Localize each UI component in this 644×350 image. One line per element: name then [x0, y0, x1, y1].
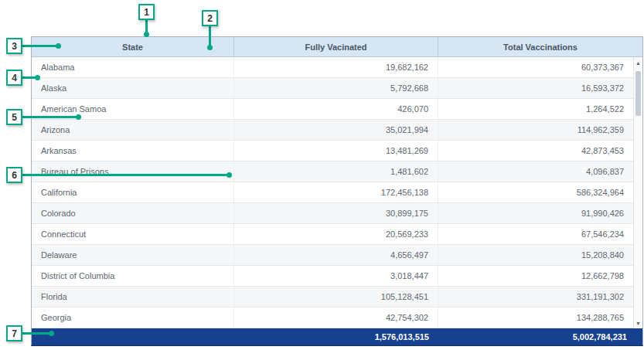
- cell-state: California: [32, 182, 234, 202]
- table-row[interactable]: Alaska 5,792,668 16,593,372: [32, 78, 642, 99]
- callout-6-dot: [227, 172, 232, 178]
- table-row[interactable]: Florida 105,128,451 331,191,302: [32, 287, 642, 308]
- page: State Fully Vacinated Total Vaccinations…: [0, 0, 644, 350]
- cell-total-vaccinations: 91,990,426: [438, 203, 642, 223]
- cell-state: Bureau of Prisons: [32, 161, 234, 182]
- cell-state: Florida: [32, 287, 234, 307]
- callout-1-dot: [144, 32, 149, 37]
- cell-state: Arkansas: [32, 141, 234, 161]
- cell-state: Arizona: [32, 120, 234, 140]
- scroll-up-icon[interactable]: ▲: [634, 57, 642, 68]
- callout-5-marker: 5: [6, 109, 22, 125]
- callout-7-dot: [49, 331, 54, 336]
- callout-4-marker: 4: [6, 70, 22, 86]
- cell-total-vaccinations: 1,264,522: [438, 99, 642, 119]
- cell-state: Alabama: [32, 57, 234, 77]
- column-header-fully-vaccinated[interactable]: Fully Vacinated: [234, 37, 438, 56]
- cell-fully-vaccinated: 13,481,269: [234, 141, 438, 161]
- callout-5-line: [22, 116, 78, 118]
- cell-total-vaccinations: 114,962,359: [438, 120, 642, 140]
- callout-4-dot: [35, 75, 40, 80]
- callout-1-marker: 1: [138, 4, 155, 20]
- cell-total-vaccinations: 134,288,765: [438, 308, 642, 328]
- cell-state: District of Columbia: [32, 266, 234, 286]
- callout-2-dot: [207, 45, 213, 50]
- table-row[interactable]: Georgia 42,754,302 134,288,765: [32, 308, 642, 328]
- table-row[interactable]: American Samoa 426,070 1,264,522: [32, 99, 642, 120]
- cell-fully-vaccinated: 426,070: [234, 99, 438, 119]
- callout-7-marker: 7: [6, 325, 22, 342]
- cell-fully-vaccinated: 3,018,447: [234, 266, 438, 286]
- callout-3-dot: [56, 43, 61, 49]
- totals-state-cell: [32, 328, 234, 345]
- cell-state: Colorado: [32, 203, 234, 223]
- cell-state: Georgia: [32, 308, 234, 328]
- callout-6-marker: 6: [6, 167, 22, 183]
- callout-1-line: [145, 20, 148, 34]
- cell-total-vaccinations: 12,662,798: [438, 266, 642, 286]
- callout-3-line: [22, 45, 58, 47]
- cell-fully-vaccinated: 42,754,302: [234, 308, 438, 328]
- scroll-down-icon[interactable]: ▼: [634, 318, 642, 328]
- callout-4-line: [22, 76, 37, 79]
- cell-fully-vaccinated: 172,456,138: [234, 182, 438, 202]
- callout-7-line: [22, 332, 51, 335]
- cell-total-vaccinations: 60,373,367: [438, 57, 642, 77]
- cell-total-vaccinations: 586,324,964: [438, 182, 642, 202]
- table-body: Alabama 19,682,162 60,373,367 Alaska 5,7…: [32, 57, 642, 328]
- cell-total-vaccinations: 331,191,302: [438, 287, 642, 307]
- cell-fully-vaccinated: 4,656,497: [234, 245, 438, 265]
- scrollbar-thumb[interactable]: [635, 71, 641, 116]
- cell-fully-vaccinated: 1,481,602: [234, 161, 438, 182]
- cell-total-vaccinations: 67,546,234: [438, 224, 642, 244]
- vaccinations-table: State Fully Vacinated Total Vaccinations…: [31, 36, 643, 346]
- callout-3-marker: 3: [6, 38, 22, 54]
- cell-total-vaccinations: 15,208,840: [438, 245, 642, 265]
- table-row[interactable]: Arkansas 13,481,269 42,873,453: [32, 141, 642, 161]
- callout-6-line: [22, 174, 229, 176]
- cell-fully-vaccinated: 105,128,451: [234, 287, 438, 307]
- cell-total-vaccinations: 42,873,453: [438, 141, 642, 161]
- cell-total-vaccinations: 16,593,372: [438, 78, 642, 98]
- cell-fully-vaccinated: 35,021,994: [234, 120, 438, 140]
- callout-5-dot: [76, 114, 81, 120]
- table-row[interactable]: Arizona 35,021,994 114,962,359: [32, 120, 642, 141]
- cell-fully-vaccinated: 20,569,233: [234, 224, 438, 244]
- column-header-state[interactable]: State: [32, 37, 234, 56]
- cell-fully-vaccinated: 19,682,162: [234, 57, 438, 77]
- totals-row: 1,576,013,515 5,002,784,231: [32, 328, 642, 345]
- table-row[interactable]: Colorado 30,899,175 91,990,426: [32, 203, 642, 224]
- cell-fully-vaccinated: 5,792,668: [234, 78, 438, 98]
- cell-state: Alaska: [32, 78, 234, 98]
- table-header-row: State Fully Vacinated Total Vaccinations: [32, 37, 642, 57]
- vertical-scrollbar[interactable]: ▲ ▼: [633, 57, 642, 328]
- cell-fully-vaccinated: 30,899,175: [234, 203, 438, 223]
- callout-2-marker: 2: [202, 10, 218, 26]
- cell-total-vaccinations: 4,096,837: [438, 161, 642, 182]
- table-row[interactable]: Connecticut 20,569,233 67,546,234: [32, 224, 642, 245]
- table-row[interactable]: District of Columbia 3,018,447 12,662,79…: [32, 266, 642, 287]
- table-row[interactable]: California 172,456,138 586,324,964: [32, 182, 642, 203]
- table-row[interactable]: Delaware 4,656,497 15,208,840: [32, 245, 642, 266]
- totals-fully-vaccinated: 1,576,013,515: [234, 328, 438, 345]
- table-row[interactable]: Bureau of Prisons 1,481,602 4,096,837: [32, 161, 642, 182]
- callout-2-line: [209, 26, 211, 47]
- cell-state: Connecticut: [32, 224, 234, 244]
- totals-total-vaccinations: 5,002,784,231: [438, 328, 642, 345]
- column-header-total-vaccinations[interactable]: Total Vaccinations: [438, 37, 642, 56]
- table-row[interactable]: Alabama 19,682,162 60,373,367: [32, 57, 642, 78]
- cell-state: Delaware: [32, 245, 234, 265]
